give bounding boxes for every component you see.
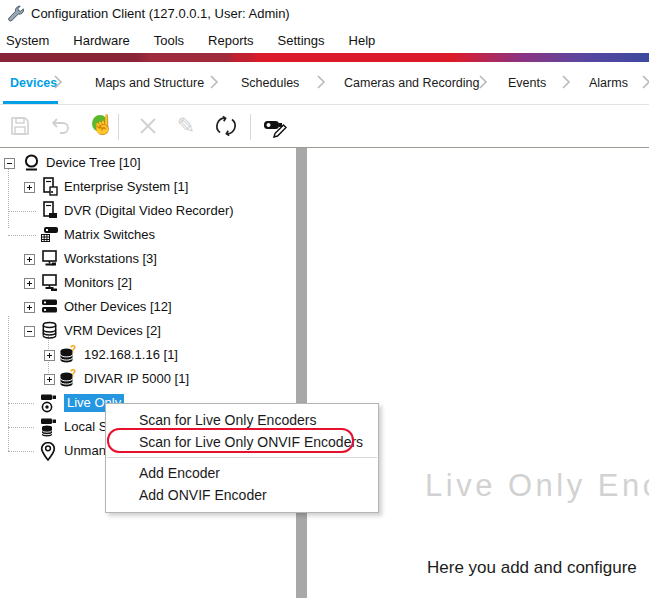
menu-item-add-onvif-encoder[interactable]: Add ONVIF Encoder: [106, 484, 378, 506]
monitors-icon: [40, 273, 59, 292]
menu-item-scan-live-only-onvif-encoders[interactable]: Scan for Live Only ONVIF Encoders: [106, 431, 378, 453]
hand-pointer-icon[interactable]: ☝: [86, 112, 114, 140]
save-icon[interactable]: [6, 112, 34, 140]
vrm-unknown-database-icon: ?: [58, 369, 77, 388]
svg-text:?: ?: [70, 369, 76, 379]
menu-item-scan-live-only-encoders[interactable]: Scan for Live Only Encoders: [106, 409, 378, 431]
matrix-switches-icon: [40, 225, 59, 244]
panel-splitter[interactable]: [296, 148, 307, 598]
svg-text:?: ?: [70, 345, 76, 355]
toolbar: ☝ ✎ Change device: [0, 105, 649, 147]
expander-plus-icon[interactable]: [44, 350, 55, 361]
tree-item-dvr[interactable]: DVR (Digital Video Recorder): [0, 199, 296, 223]
tree-item-other-devices[interactable]: Other Devices [12]: [0, 295, 296, 319]
edit-pencil-icon[interactable]: ✎: [172, 112, 200, 140]
chevron-right-icon: [478, 74, 488, 90]
chevron-right-icon: [641, 74, 649, 90]
menu-bar: System Hardware Tools Reports Settings H…: [0, 28, 649, 53]
tree-item-matrix-switches[interactable]: Matrix Switches: [0, 223, 296, 247]
tree-item-enterprise-system[interactable]: Enterprise System [1]: [0, 175, 296, 199]
enterprise-system-icon: [40, 177, 59, 196]
tab-bar: Devices Maps and Structure Schedules Cam…: [0, 62, 649, 105]
tab-cameras-and-recording[interactable]: Cameras and Recording: [344, 76, 480, 90]
refresh-icon[interactable]: [212, 112, 240, 140]
toolbar-separator: [250, 114, 251, 140]
menu-reports[interactable]: Reports: [196, 30, 266, 51]
window-title: Configuration Client (127.0.0.1, User: A…: [31, 6, 290, 21]
tree-item-workstations[interactable]: Workstations [3]: [0, 247, 296, 271]
workstations-icon: [40, 249, 59, 268]
menu-settings[interactable]: Settings: [266, 30, 337, 51]
menu-system[interactable]: System: [0, 30, 61, 51]
expander-plus-icon[interactable]: [24, 254, 35, 265]
menu-help[interactable]: Help: [337, 30, 388, 51]
brand-gradient-bar: [0, 53, 649, 62]
tree-item-vrm-192-168-1-16[interactable]: ? 192.168.1.16 [1]: [0, 343, 296, 367]
toolbar-separator: [118, 114, 119, 140]
tab-events[interactable]: Events: [508, 76, 546, 90]
expander-minus-icon[interactable]: [24, 326, 35, 337]
content-panel: [307, 148, 649, 598]
expander-plus-icon[interactable]: [24, 302, 35, 313]
tree-item-vrm-devices[interactable]: VRM Devices [2]: [0, 319, 296, 343]
tab-schedules[interactable]: Schedules: [241, 76, 299, 90]
other-devices-icon: [40, 297, 59, 316]
content-heading: Live Only Enco: [425, 468, 649, 504]
app-window: Configuration Client (127.0.0.1, User: A…: [0, 0, 649, 598]
expander-plus-icon[interactable]: [44, 374, 55, 385]
menu-separator: [107, 457, 377, 458]
undo-icon[interactable]: [46, 112, 74, 140]
content-description: Here you add and configure: [427, 558, 637, 578]
live-only-icon: [38, 393, 57, 412]
wrench-icon: [6, 4, 26, 24]
hand-glyph: ☝: [91, 115, 115, 134]
chevron-right-icon: [209, 74, 219, 90]
tab-devices[interactable]: Devices: [10, 76, 57, 90]
delete-icon[interactable]: [134, 112, 162, 140]
tree-item-device-tree[interactable]: Device Tree [10]: [0, 151, 296, 175]
dvr-icon: [40, 201, 59, 220]
local-storage-icon: [38, 417, 57, 436]
expander-minus-icon[interactable]: [4, 158, 15, 169]
expander-plus-icon[interactable]: [24, 182, 35, 193]
device-tree-icon: [22, 153, 41, 172]
chevron-right-icon: [316, 74, 326, 90]
expander-plus-icon[interactable]: [24, 278, 35, 289]
chevron-right-icon: [561, 74, 571, 90]
context-menu: Scan for Live Only Encoders Scan for Liv…: [105, 403, 379, 513]
vrm-unknown-database-icon: ?: [58, 345, 77, 364]
location-pin-icon: [38, 441, 57, 460]
tree-item-divar-ip-5000[interactable]: ? DIVAR IP 5000 [1]: [0, 367, 296, 391]
vrm-devices-icon: [40, 321, 59, 340]
tree-item-monitors[interactable]: Monitors [2]: [0, 271, 296, 295]
tab-maps-and-structure[interactable]: Maps and Structure: [95, 76, 204, 90]
menu-item-add-encoder[interactable]: Add Encoder: [106, 462, 378, 484]
change-passwords-key-icon[interactable]: [262, 112, 290, 140]
menu-hardware[interactable]: Hardware: [61, 30, 141, 51]
tab-alarms[interactable]: Alarms: [589, 76, 628, 90]
chevron-right-icon: [53, 74, 63, 90]
title-bar: Configuration Client (127.0.0.1, User: A…: [0, 0, 649, 28]
menu-tools[interactable]: Tools: [142, 30, 196, 51]
